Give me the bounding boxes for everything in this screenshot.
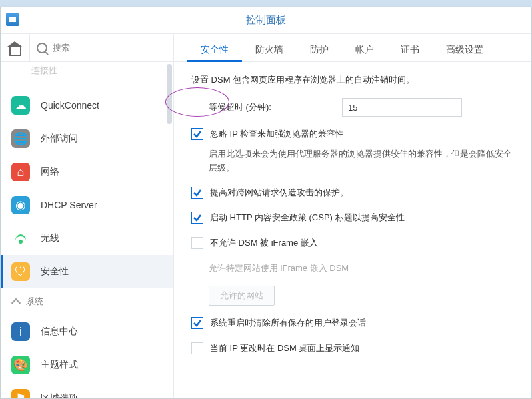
row-ip-notify: 当前 IP 更改时在 DSM 桌面上显示通知 <box>191 340 514 356</box>
sidebar: 搜索 连接性 ☁ QuickConnect 🌐 外部访问 ⌂ 网络 <box>1 34 174 398</box>
sidebar-item-external[interactable]: 🌐 外部访问 <box>1 122 173 155</box>
search-box[interactable]: 搜索 <box>30 42 173 54</box>
sidebar-item-label: 信息中心 <box>41 326 78 338</box>
body: 搜索 连接性 ☁ QuickConnect 🌐 外部访问 ⌂ 网络 <box>1 34 531 398</box>
info-icon: i <box>11 322 30 341</box>
label-ip-check: 忽略 IP 检查来加强浏览器的兼容性 <box>210 128 344 140</box>
chevron-up-icon <box>11 298 21 308</box>
section-label: 系统 <box>26 296 43 308</box>
sidebar-item-info[interactable]: i 信息中心 <box>1 315 173 348</box>
row-iframe-sub: 允许特定网站使用 iFrame 嵌入 DSM <box>191 260 514 276</box>
sidebar-item-label: 网络 <box>41 166 59 178</box>
timeout-row: 等候超时 (分钟): <box>191 98 514 117</box>
row-allowed-btn: 允许的网站 <box>191 286 514 306</box>
row-ip-check: 忽略 IP 检查来加强浏览器的兼容性 <box>191 126 514 142</box>
sidebar-section-system[interactable]: 系统 <box>1 288 173 315</box>
control-panel-window: 控制面板 搜索 连接性 ☁ QuickConnect <box>0 7 532 399</box>
dhcp-icon: ◉ <box>11 196 30 214</box>
checkbox-ip-notify[interactable] <box>191 342 203 354</box>
tab-security[interactable]: 安全性 <box>187 37 242 61</box>
sidebar-item-region[interactable]: ⚑ 区域选项 <box>1 382 173 398</box>
pane-description: 设置 DSM 包含网页应用程序在浏览器上的自动注销时间。 <box>191 74 514 86</box>
sidebar-scrollbar[interactable] <box>167 64 172 124</box>
flag-icon: ⚑ <box>11 389 30 398</box>
checkbox-clear-sessions[interactable] <box>191 317 203 329</box>
tab-advanced[interactable]: 高级设置 <box>433 37 497 61</box>
label-iframe-sub: 允许特定网站使用 iFrame 嵌入 DSM <box>209 262 349 274</box>
tab-certificate[interactable]: 证书 <box>387 37 433 61</box>
home-icon <box>8 41 23 55</box>
label-csrf: 提高对跨网站请求伪造攻击的保护。 <box>210 187 349 199</box>
checkbox-csrf[interactable] <box>191 187 203 199</box>
row-iframe: 不允许 DSM 被 iFrame 嵌入 <box>191 235 514 251</box>
hint-ip-check: 启用此选项来会为使用代理服务器的浏览器提供较佳的兼容性，但是会降低安全层级。 <box>209 147 514 175</box>
titlebar: 控制面板 <box>1 7 531 34</box>
window-title: 控制面板 <box>246 14 286 27</box>
network-icon: ⌂ <box>11 163 30 181</box>
row-clear-sessions: 系统重启时清除所有保存的用户登录会话 <box>191 315 514 331</box>
sidebar-truncated-top[interactable]: 连接性 <box>1 62 173 79</box>
app-icon <box>6 13 19 26</box>
wifi-icon <box>11 229 30 248</box>
quickconnect-icon: ☁ <box>11 96 30 115</box>
shield-icon: 🛡 <box>11 262 30 281</box>
palette-icon: 🎨 <box>11 356 30 374</box>
search-placeholder: 搜索 <box>53 42 70 54</box>
sidebar-item-label: 主题样式 <box>41 359 78 371</box>
label-iframe: 不允许 DSM 被 iFrame 嵌入 <box>210 237 318 249</box>
tab-protection[interactable]: 防护 <box>297 37 342 61</box>
sidebar-item-security[interactable]: 🛡 安全性 <box>1 255 173 288</box>
globe-icon: 🌐 <box>11 129 30 148</box>
sidebar-item-dhcp[interactable]: ◉ DHCP Server <box>1 189 173 222</box>
sidebar-item-label: 无线 <box>41 232 59 244</box>
sidebar-item-network[interactable]: ⌂ 网络 <box>1 155 173 189</box>
checkbox-iframe[interactable] <box>191 237 203 249</box>
home-button[interactable] <box>1 34 30 62</box>
label-csp: 启动 HTTP 内容安全政策 (CSP) 标题以提高安全性 <box>210 212 405 224</box>
checkbox-csp[interactable] <box>191 212 203 224</box>
label-clear-sessions: 系统重启时清除所有保存的用户登录会话 <box>210 317 366 329</box>
sidebar-item-label: 区域选项 <box>41 392 78 398</box>
sidebar-item-label: DHCP Server <box>41 200 97 210</box>
row-csrf: 提高对跨网站请求伪造攻击的保护。 <box>191 185 514 200</box>
sidebar-item-theme[interactable]: 🎨 主题样式 <box>1 348 173 382</box>
sidebar-item-label: 外部访问 <box>41 133 78 145</box>
checkbox-ip-check[interactable] <box>191 128 203 140</box>
allowed-sites-button[interactable]: 允许的网站 <box>209 286 275 306</box>
sidebar-item-label: QuickConnect <box>41 100 99 111</box>
timeout-label: 等候超时 (分钟): <box>209 101 342 113</box>
sidebar-item-label: 安全性 <box>41 266 69 278</box>
tab-bar: 安全性 防火墙 防护 帐户 证书 高级设置 <box>174 34 531 62</box>
timeout-input[interactable] <box>342 98 462 117</box>
sidebar-item-wireless[interactable]: 无线 <box>1 222 173 255</box>
search-icon <box>37 43 47 53</box>
sidebar-scroll: 连接性 ☁ QuickConnect 🌐 外部访问 ⌂ 网络 ◉ DHCP Se… <box>1 62 173 398</box>
sidebar-top: 搜索 <box>1 34 173 62</box>
tab-account[interactable]: 帐户 <box>342 37 387 61</box>
label-ip-notify: 当前 IP 更改时在 DSM 桌面上显示通知 <box>210 342 359 354</box>
content: 安全性 防火墙 防护 帐户 证书 高级设置 设置 DSM 包含网页应用程序在浏览… <box>174 34 531 398</box>
tab-firewall[interactable]: 防火墙 <box>242 37 297 61</box>
row-csp: 启动 HTTP 内容安全政策 (CSP) 标题以提高安全性 <box>191 210 514 226</box>
settings-pane: 设置 DSM 包含网页应用程序在浏览器上的自动注销时间。 等候超时 (分钟): … <box>174 62 531 398</box>
sidebar-item-quickconnect[interactable]: ☁ QuickConnect <box>1 89 173 122</box>
